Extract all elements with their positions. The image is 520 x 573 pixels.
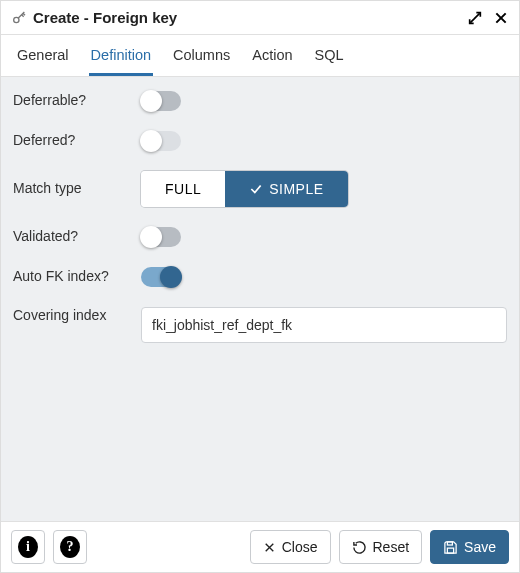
label-validated: Validated? (13, 228, 141, 246)
x-icon (263, 541, 276, 554)
label-auto-fk-index: Auto FK index? (13, 268, 141, 286)
tab-bar: General Definition Columns Action SQL (1, 35, 519, 77)
expand-icon[interactable] (467, 10, 483, 26)
label-covering-index: Covering index (13, 307, 141, 325)
dialog-header: Create - Foreign key (1, 1, 519, 35)
toggle-validated[interactable] (141, 227, 181, 247)
label-deferrable: Deferrable? (13, 92, 141, 110)
svg-rect-2 (447, 548, 453, 553)
dialog-title: Create - Foreign key (11, 9, 467, 26)
toggle-deferrable[interactable] (141, 91, 181, 111)
match-type-simple[interactable]: SIMPLE (225, 171, 347, 207)
svg-point-0 (14, 17, 19, 22)
reset-button[interactable]: Reset (339, 530, 423, 564)
close-button-label: Close (282, 539, 318, 555)
tab-columns[interactable]: Columns (171, 35, 232, 76)
tab-general[interactable]: General (15, 35, 71, 76)
match-type-full[interactable]: FULL (141, 171, 225, 207)
label-deferred: Deferred? (13, 132, 141, 150)
match-type-simple-label: SIMPLE (269, 181, 323, 197)
info-icon: i (18, 536, 38, 558)
help-button[interactable]: ? (53, 530, 87, 564)
row-auto-fk-index: Auto FK index? (13, 267, 507, 287)
key-icon (11, 10, 27, 26)
row-covering-index: Covering index (13, 307, 507, 343)
tab-sql[interactable]: SQL (313, 35, 346, 76)
match-type-segmented: FULL SIMPLE (141, 171, 348, 207)
tab-definition[interactable]: Definition (89, 35, 153, 76)
check-icon (249, 182, 263, 196)
close-button[interactable]: Close (250, 530, 331, 564)
tab-action[interactable]: Action (250, 35, 294, 76)
covering-index-input[interactable] (141, 307, 507, 343)
close-icon[interactable] (493, 10, 509, 26)
toggle-auto-fk-index[interactable] (141, 267, 181, 287)
info-button[interactable]: i (11, 530, 45, 564)
row-deferred: Deferred? (13, 131, 507, 151)
reset-icon (352, 540, 367, 555)
row-validated: Validated? (13, 227, 507, 247)
save-button-label: Save (464, 539, 496, 555)
svg-rect-1 (447, 541, 452, 544)
help-icon: ? (60, 536, 80, 558)
row-deferrable: Deferrable? (13, 91, 507, 111)
row-match-type: Match type FULL SIMPLE (13, 171, 507, 207)
form-body: Deferrable? Deferred? Match type FULL SI… (1, 77, 519, 521)
label-match-type: Match type (13, 180, 141, 198)
dialog-title-text: Create - Foreign key (33, 9, 177, 26)
reset-button-label: Reset (373, 539, 410, 555)
dialog-footer: i ? Close Reset Save (1, 521, 519, 572)
save-button[interactable]: Save (430, 530, 509, 564)
toggle-deferred[interactable] (141, 131, 181, 151)
save-icon (443, 540, 458, 555)
